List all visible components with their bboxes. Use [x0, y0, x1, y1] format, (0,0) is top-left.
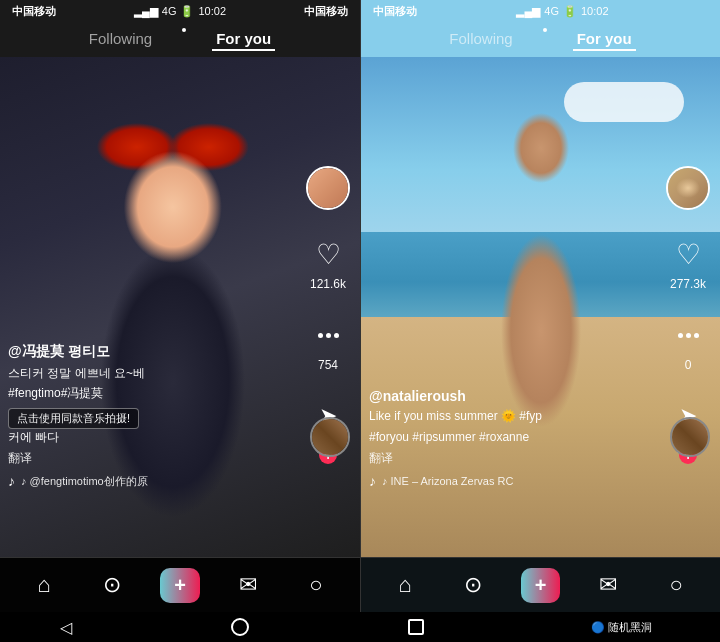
left-status-center: ▂▄▆ 4G 🔋 10:02	[134, 5, 226, 18]
left-nav-discover[interactable]: ⊙	[78, 572, 146, 598]
left-add-button[interactable]: +	[160, 568, 200, 603]
left-home-icon: ⌂	[37, 572, 50, 598]
right-nav-dot	[543, 28, 547, 32]
right-wifi-icon: 4G	[544, 5, 559, 17]
dot1	[318, 333, 323, 338]
left-dots	[318, 333, 339, 338]
right-status-center: ▂▄▆ 4G 🔋 10:02	[516, 5, 608, 18]
right-search-icon: ⊙	[464, 572, 482, 598]
right-bottom-nav: ⌂ ⊙ + ✉ ○	[361, 557, 720, 612]
left-inbox-icon: ✉	[239, 572, 257, 598]
left-carrier: 中国移动	[12, 4, 56, 19]
right-nav-tabs: Following For you	[361, 22, 720, 57]
left-action-buttons: + ♡ 121.6k 754	[306, 158, 350, 456]
back-button[interactable]: ◁	[60, 618, 72, 637]
left-use-music[interactable]: 点击使用同款音乐拍摄!	[8, 408, 139, 429]
left-comment-icon[interactable]	[308, 315, 348, 355]
right-bottom-overlay: @natalieroush Like if you miss summer 🌞 …	[369, 388, 660, 467]
home-circle-button[interactable]	[231, 618, 249, 636]
right-inbox-icon: ✉	[599, 572, 617, 598]
right-music-text: ♪ INE – Arizona Zervas RC	[382, 475, 710, 487]
left-translate[interactable]: 翻译	[8, 450, 300, 467]
rdot1	[678, 333, 683, 338]
left-like-icon[interactable]: ♡	[308, 234, 348, 274]
left-nav-tabs: Following For you	[0, 22, 360, 57]
left-like-container[interactable]: ♡ 121.6k	[308, 234, 348, 291]
left-avatar-container: +	[306, 166, 350, 210]
right-avatar[interactable]	[666, 166, 710, 210]
rdot2	[686, 333, 691, 338]
battery-icon: 🔋	[180, 5, 194, 18]
left-following-tab[interactable]: Following	[85, 28, 156, 51]
right-carrier: 中国移动	[373, 4, 417, 19]
right-nav-add[interactable]: +	[507, 568, 575, 603]
left-like-count: 121.6k	[310, 277, 346, 291]
watermark-bar: ◁ 🔵 随机黑洞	[0, 612, 720, 642]
left-video-area[interactable]: + ♡ 121.6k 754	[0, 57, 360, 557]
right-add-button[interactable]: +	[521, 568, 561, 603]
left-nav-dot	[182, 28, 186, 32]
right-profile-icon: ○	[669, 572, 682, 598]
right-translate[interactable]: 翻译	[369, 450, 660, 467]
right-foryou-tab[interactable]: For you	[573, 28, 636, 51]
left-avatar[interactable]	[306, 166, 350, 210]
watermark-label: 随机黑洞	[608, 621, 652, 633]
left-foryou-tab[interactable]: For you	[212, 28, 275, 51]
right-like-icon[interactable]: ♡	[668, 234, 708, 274]
right-like-count: 277.3k	[670, 277, 706, 291]
left-nav-profile[interactable]: ○	[282, 572, 350, 598]
right-comment-container[interactable]: 0	[668, 315, 708, 372]
phones-container: 中国移动 ▂▄▆ 4G 🔋 10:02 中国移动 Following For y…	[0, 0, 720, 612]
dot3	[334, 333, 339, 338]
rdot3	[694, 333, 699, 338]
right-status-bar: 中国移动 ▂▄▆ 4G 🔋 10:02	[361, 0, 720, 22]
left-extra: 커에 빠다	[8, 429, 300, 446]
right-comment-count: 0	[685, 358, 692, 372]
right-caption2: #foryou #ripsummer #roxanne	[369, 429, 660, 446]
right-home-icon: ⌂	[398, 572, 411, 598]
left-nav-add[interactable]: +	[146, 568, 214, 603]
left-music-note: ♪	[8, 473, 15, 489]
left-music-text: ♪ @fengtimotimo创作的原	[21, 474, 350, 489]
left-nav-inbox[interactable]: ✉	[214, 572, 282, 598]
right-music-bar: ♪ ♪ INE – Arizona Zervas RC	[369, 473, 710, 489]
left-status-bar: 中国移动 ▂▄▆ 4G 🔋 10:02 中国移动	[0, 0, 360, 22]
left-bottom-overlay: @冯提莫 평티모 스티커 정말 에쁘네 요~베 #fengtimo#冯提莫 点击…	[8, 343, 300, 467]
right-nav-inbox[interactable]: ✉	[574, 572, 642, 598]
right-avatar-container: +	[666, 166, 710, 210]
left-music-disc[interactable]	[310, 417, 350, 457]
right-time: 10:02	[581, 5, 609, 17]
recents-button[interactable]	[408, 619, 424, 635]
left-search-icon: ⊙	[103, 572, 121, 598]
dot2	[326, 333, 331, 338]
right-music-note: ♪	[369, 473, 376, 489]
right-username[interactable]: @natalieroush	[369, 388, 660, 404]
right-nav-home[interactable]: ⌂	[371, 572, 439, 598]
right-action-buttons: + ♡ 277.3k 0	[666, 158, 710, 456]
right-following-tab[interactable]: Following	[445, 28, 516, 51]
left-comment-container[interactable]: 754	[308, 315, 348, 372]
right-comment-icon[interactable]	[668, 315, 708, 355]
right-avatar-img	[668, 168, 708, 208]
right-battery-icon: 🔋	[563, 5, 577, 18]
left-profile-icon: ○	[309, 572, 322, 598]
wifi-icon: 4G	[162, 5, 177, 17]
right-video-area[interactable]: + ♡ 277.3k 0	[361, 57, 720, 557]
right-nav-discover[interactable]: ⊙	[439, 572, 507, 598]
left-time: 10:02	[198, 5, 226, 17]
left-carrier2: 中国移动	[304, 4, 348, 19]
right-signal-icon: ▂▄▆	[516, 5, 540, 18]
signal-icon: ▂▄▆	[134, 5, 158, 18]
watermark-icon: 🔵	[591, 621, 605, 633]
left-caption2: #fengtimo#冯提莫	[8, 385, 300, 402]
left-nav-home[interactable]: ⌂	[10, 572, 78, 598]
right-music-disc[interactable]	[670, 417, 710, 457]
left-username[interactable]: @冯提莫 평티모	[8, 343, 300, 361]
left-disc-inner	[312, 419, 348, 455]
left-avatar-img	[308, 168, 348, 208]
left-music-bar: ♪ ♪ @fengtimotimo创作的原	[8, 473, 350, 489]
right-phone: 中国移动 ▂▄▆ 4G 🔋 10:02 Following For you	[360, 0, 720, 612]
right-nav-profile[interactable]: ○	[642, 572, 710, 598]
right-like-container[interactable]: ♡ 277.3k	[668, 234, 708, 291]
right-caption: Like if you miss summer 🌞 #fyp	[369, 408, 660, 425]
